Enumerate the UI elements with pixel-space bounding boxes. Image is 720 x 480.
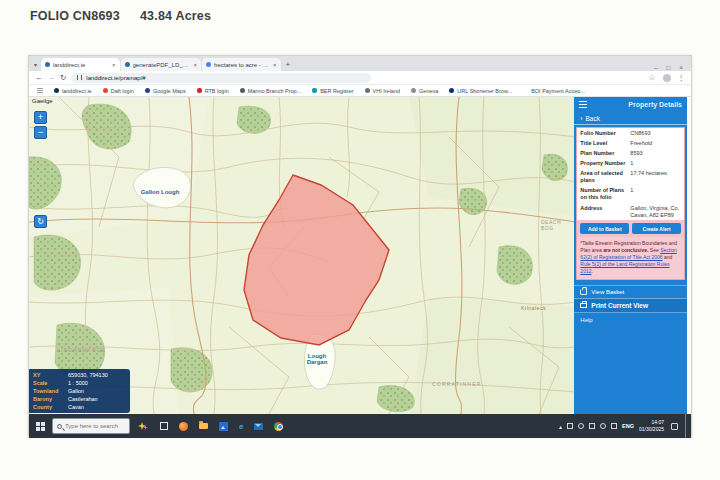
lake-label-lough-dargan: Lough Dargan bbox=[291, 353, 343, 365]
acreage-title: 43.84 Acres bbox=[140, 9, 211, 23]
menu-icon[interactable] bbox=[579, 101, 587, 108]
bookmark-label: VHI Ireland bbox=[373, 88, 401, 94]
bookmark-favicon bbox=[240, 88, 245, 93]
bookmark-favicon bbox=[197, 88, 202, 93]
map-viewport[interactable]: Gaeilge + − ↻ Gallon Lough Lough Dargan … bbox=[29, 97, 574, 414]
bookmark-star-icon[interactable]: ☆ bbox=[649, 73, 656, 82]
tab-favicon bbox=[206, 62, 211, 67]
taskbar-search[interactable] bbox=[52, 418, 130, 434]
field-row: Area of selected plans17.74 hectares. bbox=[577, 169, 684, 186]
shield-icon[interactable] bbox=[578, 423, 584, 429]
new-tab-button[interactable]: + bbox=[282, 60, 291, 71]
info-label: County bbox=[33, 404, 68, 410]
window-controls: – □ × bbox=[654, 62, 691, 71]
browser-menu-icon[interactable]: ⋮ bbox=[678, 73, 686, 82]
townland-label-right: CORRATINNER bbox=[432, 381, 482, 387]
field-value: Gallon, Virginia, Co. Cavan, A82 EP89 bbox=[630, 205, 681, 219]
network-icon[interactable] bbox=[611, 423, 617, 429]
refresh-icon[interactable]: ↻ bbox=[60, 73, 66, 82]
file-explorer-icon[interactable] bbox=[199, 423, 208, 429]
view-basket-link[interactable]: View Basket bbox=[574, 285, 687, 299]
info-row: CountyCavan bbox=[33, 404, 126, 410]
back-button[interactable]: › Back bbox=[574, 112, 687, 125]
volume-icon[interactable] bbox=[600, 423, 606, 429]
task-view-icon[interactable] bbox=[160, 422, 168, 430]
minimize-button[interactable]: – bbox=[654, 64, 658, 71]
url-bar[interactable]: landdirect.ie/pramap/# bbox=[71, 73, 371, 83]
internet-explorer-icon[interactable]: e bbox=[239, 422, 243, 431]
bookmark-boi-payment[interactable]: BOI Payment Accep... bbox=[523, 88, 585, 94]
language-link[interactable]: Gaeilge bbox=[32, 98, 53, 104]
bookmark-marino-branch[interactable]: Marino Branch Prop... bbox=[240, 88, 302, 94]
tab-landdirect[interactable]: landdirect.ie × bbox=[41, 58, 120, 71]
field-row: Folio NumberCN8693 bbox=[577, 128, 684, 138]
help-link[interactable]: Help bbox=[574, 313, 687, 327]
site-info-icon[interactable] bbox=[77, 75, 82, 80]
bookmark-daft-login[interactable]: Daft login bbox=[103, 88, 134, 94]
start-button[interactable] bbox=[36, 422, 45, 431]
bookmark-label: URL Shortener Brow... bbox=[457, 88, 512, 94]
forward-icon[interactable]: → bbox=[48, 73, 56, 82]
bookmark-label: BOI Payment Accep... bbox=[531, 88, 585, 94]
back-label: Back bbox=[586, 115, 600, 122]
show-desktop-button[interactable] bbox=[685, 414, 688, 438]
mail-icon[interactable] bbox=[254, 423, 263, 430]
tab-generatepdf[interactable]: generatePDF_LD_PUBLIC.aspx × bbox=[121, 58, 202, 71]
tab-search-icon[interactable]: ▾ bbox=[29, 61, 41, 71]
disclaimer-text: . bbox=[591, 268, 592, 274]
field-row: Title LevelFreehold bbox=[577, 138, 684, 148]
windows-taskbar: e ▴ ENG 14:07 01/30/2025 bbox=[29, 414, 691, 438]
battery-icon[interactable] bbox=[589, 423, 595, 429]
lake-label-line: Dargan bbox=[291, 359, 343, 365]
boundaries-disclaimer: *Tailte Eireann Registration Boundaries … bbox=[577, 237, 684, 279]
print-current-view-link[interactable]: Print Current View bbox=[574, 299, 687, 313]
bookmark-google-maps[interactable]: Google Maps bbox=[145, 88, 186, 94]
onedrive-icon[interactable] bbox=[567, 423, 573, 429]
hidden-icons-chevron[interactable]: ▴ bbox=[559, 423, 562, 430]
photos-icon[interactable] bbox=[219, 422, 228, 431]
maximize-button[interactable]: □ bbox=[666, 64, 670, 71]
tab-close-icon[interactable]: × bbox=[273, 62, 277, 68]
page-margin-strip bbox=[687, 97, 691, 414]
tab-close-icon[interactable]: × bbox=[194, 62, 198, 68]
bookmark-ber-register[interactable]: BER Register bbox=[312, 88, 353, 94]
lake-label-gallon-lough: Gallon Lough bbox=[129, 189, 191, 195]
bookmark-favicon bbox=[54, 88, 59, 93]
back-icon[interactable]: ← bbox=[35, 73, 43, 82]
profile-avatar[interactable] bbox=[663, 74, 671, 82]
bookmark-label: Google Maps bbox=[153, 88, 186, 94]
bookmark-landdirect[interactable]: landdirect.ie bbox=[54, 88, 92, 94]
bookmark-url-shortener[interactable]: URL Shortener Brow... bbox=[449, 88, 512, 94]
tab-close-icon[interactable]: × bbox=[112, 62, 116, 68]
info-row: BaronyCastlerahan bbox=[33, 396, 126, 402]
cortana-spark-icon[interactable] bbox=[138, 421, 148, 431]
bookmark-vhi-ireland[interactable]: VHI Ireland bbox=[365, 88, 401, 94]
taskbar-clock[interactable]: 14:07 01/30/2025 bbox=[639, 419, 664, 433]
address-bar-right: ☆ ⋮ bbox=[649, 73, 685, 82]
tab-google-search[interactable]: hectares to acre - Google Sea × bbox=[202, 58, 281, 71]
map-canvas[interactable] bbox=[29, 97, 574, 414]
close-window-button[interactable]: × bbox=[679, 64, 683, 71]
field-label: Address bbox=[580, 205, 630, 219]
bog-label: DEACH BOG bbox=[541, 219, 574, 231]
tab-favicon bbox=[45, 62, 50, 67]
rule-5-link[interactable]: Rule 5(2) of the Land Registration Rules… bbox=[580, 261, 669, 274]
tab-label: hectares to acre - Google Sea bbox=[214, 62, 270, 68]
zoom-out-button[interactable]: − bbox=[34, 126, 47, 139]
zoom-in-button[interactable]: + bbox=[34, 111, 47, 124]
disclaimer-text: and bbox=[663, 254, 673, 260]
action-center-icon[interactable] bbox=[671, 423, 678, 430]
search-input[interactable] bbox=[65, 423, 125, 429]
bookmark-rtb-login[interactable]: RTB login bbox=[197, 88, 229, 94]
bookmark-geneva[interactable]: Geneva bbox=[411, 88, 438, 94]
create-alert-button[interactable]: Create Alert bbox=[632, 223, 681, 234]
firefox-icon[interactable] bbox=[179, 422, 188, 431]
keyboard-language-indicator[interactable]: ENG bbox=[622, 423, 634, 429]
info-row: XY659030, 794130 bbox=[33, 372, 126, 378]
add-to-basket-button[interactable]: Add to Basket bbox=[580, 223, 629, 234]
apps-grid-icon[interactable] bbox=[37, 88, 43, 94]
refresh-map-button[interactable]: ↻ bbox=[34, 215, 47, 228]
back-arrow-icon: › bbox=[580, 115, 582, 122]
folio-details-card: Folio NumberCN8693 Title LevelFreehold P… bbox=[576, 127, 685, 280]
chrome-icon[interactable] bbox=[274, 422, 283, 431]
